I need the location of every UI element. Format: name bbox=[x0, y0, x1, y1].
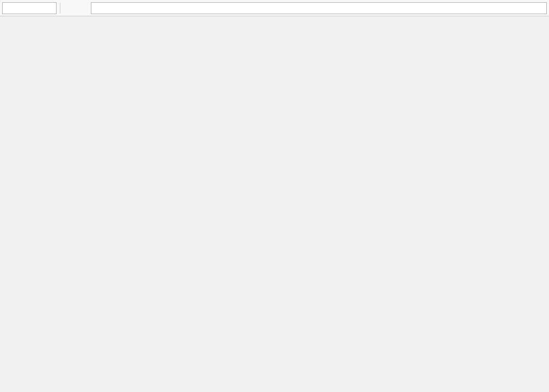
formula-input[interactable] bbox=[91, 2, 547, 14]
formula-bar bbox=[0, 0, 549, 16]
divider bbox=[60, 3, 60, 14]
name-box[interactable] bbox=[2, 2, 57, 14]
cancel-icon[interactable] bbox=[64, 3, 73, 13]
check-icon[interactable] bbox=[76, 3, 85, 13]
